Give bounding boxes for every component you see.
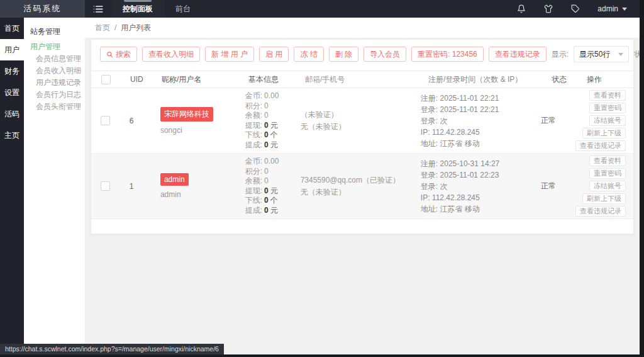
row-status: 正常 [531,181,565,191]
submenu-item[interactable]: 会员行为日志 [24,89,85,101]
header-cell: 邮箱/手机号 [295,74,418,86]
row-action-button[interactable]: 查看资料 [589,156,626,166]
toolbar: 搜索 查看收入明细新 增 用 户启 用冻 结删 除导入会员重置密码: 12345… [91,40,633,67]
register-line: IP: 112.42.28.245 [421,127,531,138]
toolbar-button[interactable]: 启 用 [259,47,289,62]
breadcrumb: 首页 / 用户列表 [85,18,640,38]
sidebar-item[interactable]: 活码 [0,103,24,125]
admin-window: 活码系统 控制面板前台 admin 首页用户财务设置活码主页 站务管理 [0,0,640,354]
row-register-info: 注册: 2025-10-31 14:27登录: 2025-11-01 22:23… [411,158,531,215]
register-line: 地址: 江苏省 移动 [421,203,531,215]
row-username: admin [160,190,235,199]
nickname-badge[interactable]: 宋辞网络科技 [160,107,213,122]
shirt-icon[interactable] [543,4,553,14]
toolbar-button[interactable]: 导入会员 [364,47,406,62]
basic-line: 下线:0个 [245,130,291,140]
breadcrumb-home[interactable]: 首页 [95,23,110,33]
topbar-tab[interactable]: 前台 [164,0,202,18]
table-row: 6 宋辞网络科技 songci 金币:0.00积分:0余额:0提现:0元下线:0… [91,88,633,154]
row-action-button[interactable]: 查看违规记录 [575,206,626,217]
submenu-section-title[interactable]: 站务管理 [24,23,85,41]
submenu-item[interactable]: 会员信息管理 [24,53,85,65]
toolbar-button[interactable]: 查看收入明细 [142,47,200,62]
header-cell: 注册/登录时间（次数 & IP） [418,74,541,85]
table-header: UID昵称/用户名基本信息邮箱/手机号注册/登录时间（次数 & IP）状态操作 [91,71,633,88]
row-checkbox[interactable] [101,181,110,191]
row-actions: 查看资料重置密码冻结账号刷新上下级查看违规记录 [565,156,633,217]
toolbar-button[interactable]: 新 增 用 户 [205,47,254,62]
header-cell: 状态 [541,74,577,85]
row-actions: 查看资料重置密码冻结账号刷新上下级查看违规记录 [565,90,633,151]
chevron-down-icon [618,53,623,56]
submenu-item[interactable]: 用户管理 [24,41,85,53]
row-uid: 6 [119,116,150,125]
register-line: 注册: 2025-11-01 22:21 [421,93,531,104]
register-line: 登录: 次 [421,115,531,127]
row-action-button[interactable]: 查看资料 [589,90,626,101]
filters: 显示: 显示50行 状态: 全部 身份: 请选择 [552,46,640,62]
row-action-button[interactable]: 冻结账号 [589,115,626,126]
submenu-items: 用户管理会员信息管理会员收入明细用户违规记录会员行为日志会员头衔管理 [24,41,85,113]
menu-collapse-icon[interactable] [85,0,111,18]
main-body: 首页用户财务设置活码主页 站务管理 用户管理会员信息管理会员收入明细用户违规记录… [0,18,640,354]
search-button[interactable]: 搜索 [100,47,137,62]
register-line: 地址: 江苏省 移动 [421,138,531,149]
toolbar-button[interactable]: 删 除 [329,47,358,62]
row-checkbox[interactable] [101,116,110,125]
filter-select[interactable]: 显示50行 [574,46,629,62]
row-basic-info: 金币:0.00积分:0余额:0提现:0元下线:0个提成:0元 [235,91,291,150]
row-basic-info: 金币:0.00积分:0余额:0提现:0元下线:0个提成:0元 [235,157,291,215]
submenu-item[interactable]: 会员收入明细 [24,65,85,77]
nickname-badge[interactable]: admin [160,173,189,186]
row-contact: （未验证）无（未验证） [291,109,411,133]
search-icon [106,51,113,58]
toolbar-button[interactable]: 冻 结 [294,47,323,62]
app-logo: 活码系统 [0,0,85,18]
row-contact: 7345590@qq.com（已验证）无（未验证） [291,174,411,198]
row-uid: 1 [119,182,150,191]
contact-line: 7345590@qq.com（已验证） [301,174,411,186]
admin-user-menu[interactable]: admin [597,4,627,13]
primary-sidebar: 首页用户财务设置活码主页 [0,18,24,354]
tag-icon[interactable] [570,4,580,14]
row-register-info: 注册: 2025-11-01 22:21登录: 2025-11-01 22:21… [411,93,531,149]
row-action-button[interactable]: 冻结账号 [589,181,626,191]
header-cell: 操作 [577,74,633,85]
select-all-checkbox[interactable] [101,75,111,84]
topbar-tabs: 控制面板前台 [111,0,202,18]
filter-label: 显示: [552,49,569,60]
basic-line: 下线:0个 [245,196,291,206]
row-action-button[interactable]: 重置密码 [589,103,626,113]
register-line: IP: 112.42.28.245 [421,192,531,203]
sidebar-item[interactable]: 主页 [0,125,24,146]
row-action-button[interactable]: 刷新上下级 [582,193,626,204]
row-status: 正常 [531,115,565,126]
contact-line: 无（未验证） [301,186,411,198]
sidebar-item[interactable]: 首页 [0,18,24,39]
user-list-card: 搜索 查看收入明细新 增 用 户启 用冻 结删 除导入会员重置密码: 12345… [91,39,634,234]
basic-line: 积分:0 [245,101,291,111]
topbar-tab[interactable]: 控制面板 [111,0,164,18]
active-tab-indicator [124,0,152,2]
register-line: 登录: 次 [421,181,531,192]
register-line: 登录: 2025-11-01 22:23 [421,169,531,181]
sidebar-item[interactable]: 财务 [0,60,24,82]
header-cell: UID [120,75,152,84]
submenu-item[interactable]: 用户违规记录 [24,77,85,89]
toolbar-button[interactable]: 查看违规记录 [489,47,547,62]
row-action-button[interactable]: 查看违规记录 [575,140,626,151]
chevron-down-icon [622,8,627,11]
filter-label: 状态: [634,49,640,60]
toolbar-button[interactable]: 重置密码: 123456 [411,47,484,62]
row-username: songci [160,126,235,135]
table-row: 1 admin admin 金币:0.00积分:0余额:0提现:0元下线:0个提… [91,154,633,219]
table-body: 6 宋辞网络科技 songci 金币:0.00积分:0余额:0提现:0元下线:0… [91,88,633,219]
bell-icon[interactable] [516,4,526,14]
topbar: 活码系统 控制面板前台 admin [0,0,640,18]
submenu-item[interactable]: 会员头衔管理 [24,101,85,113]
row-action-button[interactable]: 重置密码 [589,168,626,179]
basic-line: 提成:0元 [245,140,291,150]
sidebar-item[interactable]: 用户 [0,39,24,60]
row-action-button[interactable]: 刷新上下级 [582,128,626,139]
sidebar-item[interactable]: 设置 [0,82,24,103]
